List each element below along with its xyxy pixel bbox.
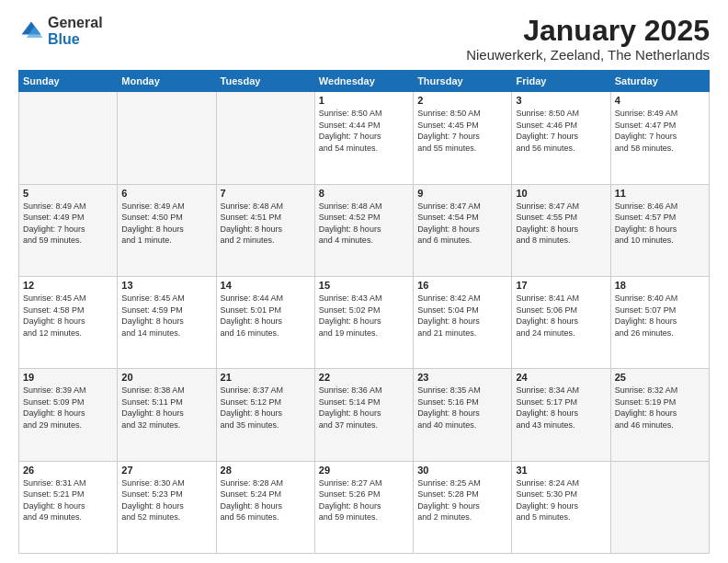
day-number: 29 bbox=[319, 465, 409, 476]
day-number: 4 bbox=[615, 95, 705, 106]
table-row: 12Sunrise: 8:45 AM Sunset: 4:58 PM Dayli… bbox=[19, 276, 118, 368]
day-info: Sunrise: 8:41 AM Sunset: 5:06 PM Dayligh… bbox=[516, 293, 606, 339]
day-info: Sunrise: 8:49 AM Sunset: 4:49 PM Dayligh… bbox=[23, 201, 113, 247]
table-row: 28Sunrise: 8:28 AM Sunset: 5:24 PM Dayli… bbox=[216, 461, 314, 553]
col-saturday: Saturday bbox=[610, 71, 709, 92]
table-row bbox=[19, 92, 118, 184]
table-row: 18Sunrise: 8:40 AM Sunset: 5:07 PM Dayli… bbox=[610, 276, 709, 368]
table-row: 8Sunrise: 8:48 AM Sunset: 4:52 PM Daylig… bbox=[314, 184, 413, 276]
day-info: Sunrise: 8:40 AM Sunset: 5:07 PM Dayligh… bbox=[615, 293, 705, 339]
day-info: Sunrise: 8:24 AM Sunset: 5:30 PM Dayligh… bbox=[516, 477, 606, 523]
table-row bbox=[610, 461, 709, 553]
table-row: 9Sunrise: 8:47 AM Sunset: 4:54 PM Daylig… bbox=[414, 184, 512, 276]
day-number: 11 bbox=[615, 188, 705, 199]
calendar-week-row: 1Sunrise: 8:50 AM Sunset: 4:44 PM Daylig… bbox=[19, 92, 710, 184]
day-number: 5 bbox=[23, 188, 113, 199]
table-row: 3Sunrise: 8:50 AM Sunset: 4:46 PM Daylig… bbox=[512, 92, 610, 184]
table-row: 5Sunrise: 8:49 AM Sunset: 4:49 PM Daylig… bbox=[19, 184, 118, 276]
col-sunday: Sunday bbox=[19, 71, 118, 92]
day-number: 19 bbox=[23, 372, 113, 383]
calendar-week-row: 5Sunrise: 8:49 AM Sunset: 4:49 PM Daylig… bbox=[19, 184, 710, 276]
day-number: 23 bbox=[417, 372, 507, 383]
table-row bbox=[216, 92, 314, 184]
table-row: 13Sunrise: 8:45 AM Sunset: 4:59 PM Dayli… bbox=[118, 276, 216, 368]
day-number: 30 bbox=[417, 465, 507, 476]
table-row: 14Sunrise: 8:44 AM Sunset: 5:01 PM Dayli… bbox=[216, 276, 314, 368]
table-row: 16Sunrise: 8:42 AM Sunset: 5:04 PM Dayli… bbox=[414, 276, 512, 368]
table-row: 29Sunrise: 8:27 AM Sunset: 5:26 PM Dayli… bbox=[314, 461, 413, 553]
subtitle: Nieuwerkerk, Zeeland, The Netherlands bbox=[466, 47, 710, 63]
col-thursday: Thursday bbox=[414, 71, 512, 92]
title-block: January 2025 Nieuwerkerk, Zeeland, The N… bbox=[466, 15, 710, 63]
day-number: 6 bbox=[121, 188, 211, 199]
logo: General Blue bbox=[18, 15, 103, 47]
logo-icon bbox=[18, 18, 44, 44]
day-number: 28 bbox=[221, 465, 311, 476]
table-row: 31Sunrise: 8:24 AM Sunset: 5:30 PM Dayli… bbox=[512, 461, 610, 553]
day-info: Sunrise: 8:50 AM Sunset: 4:44 PM Dayligh… bbox=[319, 108, 409, 154]
day-info: Sunrise: 8:37 AM Sunset: 5:12 PM Dayligh… bbox=[221, 385, 311, 431]
calendar-header-row: Sunday Monday Tuesday Wednesday Thursday… bbox=[19, 71, 710, 92]
col-wednesday: Wednesday bbox=[314, 71, 413, 92]
table-row: 1Sunrise: 8:50 AM Sunset: 4:44 PM Daylig… bbox=[314, 92, 413, 184]
day-number: 9 bbox=[417, 188, 507, 199]
table-row: 17Sunrise: 8:41 AM Sunset: 5:06 PM Dayli… bbox=[512, 276, 610, 368]
day-number: 20 bbox=[121, 372, 211, 383]
calendar-week-row: 26Sunrise: 8:31 AM Sunset: 5:21 PM Dayli… bbox=[19, 461, 710, 553]
day-number: 10 bbox=[516, 188, 606, 199]
day-number: 8 bbox=[319, 188, 409, 199]
logo-blue-text: Blue bbox=[48, 31, 103, 48]
day-info: Sunrise: 8:32 AM Sunset: 5:19 PM Dayligh… bbox=[615, 385, 705, 431]
logo-general-text: General bbox=[48, 15, 103, 31]
table-row: 22Sunrise: 8:36 AM Sunset: 5:14 PM Dayli… bbox=[314, 369, 413, 461]
table-row: 6Sunrise: 8:49 AM Sunset: 4:50 PM Daylig… bbox=[118, 184, 216, 276]
day-number: 1 bbox=[319, 95, 409, 106]
day-info: Sunrise: 8:28 AM Sunset: 5:24 PM Dayligh… bbox=[221, 477, 311, 523]
table-row: 20Sunrise: 8:38 AM Sunset: 5:11 PM Dayli… bbox=[118, 369, 216, 461]
calendar-week-row: 12Sunrise: 8:45 AM Sunset: 4:58 PM Dayli… bbox=[19, 276, 710, 368]
day-number: 17 bbox=[516, 280, 606, 291]
table-row: 30Sunrise: 8:25 AM Sunset: 5:28 PM Dayli… bbox=[414, 461, 512, 553]
table-row: 23Sunrise: 8:35 AM Sunset: 5:16 PM Dayli… bbox=[414, 369, 512, 461]
day-info: Sunrise: 8:38 AM Sunset: 5:11 PM Dayligh… bbox=[121, 385, 211, 431]
header: General Blue January 2025 Nieuwerkerk, Z… bbox=[18, 15, 710, 63]
day-number: 12 bbox=[23, 280, 113, 291]
table-row: 11Sunrise: 8:46 AM Sunset: 4:57 PM Dayli… bbox=[610, 184, 709, 276]
day-number: 27 bbox=[121, 465, 211, 476]
logo-text: General Blue bbox=[48, 15, 103, 47]
day-info: Sunrise: 8:44 AM Sunset: 5:01 PM Dayligh… bbox=[221, 293, 311, 339]
day-number: 21 bbox=[221, 372, 311, 383]
day-number: 15 bbox=[319, 280, 409, 291]
day-info: Sunrise: 8:35 AM Sunset: 5:16 PM Dayligh… bbox=[417, 385, 507, 431]
day-info: Sunrise: 8:45 AM Sunset: 4:58 PM Dayligh… bbox=[23, 293, 113, 339]
day-info: Sunrise: 8:50 AM Sunset: 4:46 PM Dayligh… bbox=[516, 108, 606, 154]
day-number: 24 bbox=[516, 372, 606, 383]
table-row: 24Sunrise: 8:34 AM Sunset: 5:17 PM Dayli… bbox=[512, 369, 610, 461]
col-tuesday: Tuesday bbox=[216, 71, 314, 92]
day-info: Sunrise: 8:25 AM Sunset: 5:28 PM Dayligh… bbox=[417, 477, 507, 523]
table-row: 2Sunrise: 8:50 AM Sunset: 4:45 PM Daylig… bbox=[414, 92, 512, 184]
calendar-table: Sunday Monday Tuesday Wednesday Thursday… bbox=[18, 70, 710, 554]
day-info: Sunrise: 8:43 AM Sunset: 5:02 PM Dayligh… bbox=[319, 293, 409, 339]
day-info: Sunrise: 8:49 AM Sunset: 4:50 PM Dayligh… bbox=[121, 201, 211, 247]
day-number: 26 bbox=[23, 465, 113, 476]
table-row: 7Sunrise: 8:48 AM Sunset: 4:51 PM Daylig… bbox=[216, 184, 314, 276]
day-number: 16 bbox=[417, 280, 507, 291]
page: General Blue January 2025 Nieuwerkerk, Z… bbox=[0, 0, 728, 563]
day-number: 7 bbox=[221, 188, 311, 199]
calendar-week-row: 19Sunrise: 8:39 AM Sunset: 5:09 PM Dayli… bbox=[19, 369, 710, 461]
day-info: Sunrise: 8:30 AM Sunset: 5:23 PM Dayligh… bbox=[121, 477, 211, 523]
day-number: 25 bbox=[615, 372, 705, 383]
day-info: Sunrise: 8:45 AM Sunset: 4:59 PM Dayligh… bbox=[121, 293, 211, 339]
main-title: January 2025 bbox=[466, 15, 710, 47]
day-number: 18 bbox=[615, 280, 705, 291]
day-info: Sunrise: 8:50 AM Sunset: 4:45 PM Dayligh… bbox=[417, 108, 507, 154]
day-number: 22 bbox=[319, 372, 409, 383]
table-row: 4Sunrise: 8:49 AM Sunset: 4:47 PM Daylig… bbox=[610, 92, 709, 184]
day-number: 31 bbox=[516, 465, 606, 476]
table-row: 10Sunrise: 8:47 AM Sunset: 4:55 PM Dayli… bbox=[512, 184, 610, 276]
table-row: 25Sunrise: 8:32 AM Sunset: 5:19 PM Dayli… bbox=[610, 369, 709, 461]
day-info: Sunrise: 8:49 AM Sunset: 4:47 PM Dayligh… bbox=[615, 108, 705, 154]
day-number: 14 bbox=[221, 280, 311, 291]
day-info: Sunrise: 8:48 AM Sunset: 4:52 PM Dayligh… bbox=[319, 201, 409, 247]
